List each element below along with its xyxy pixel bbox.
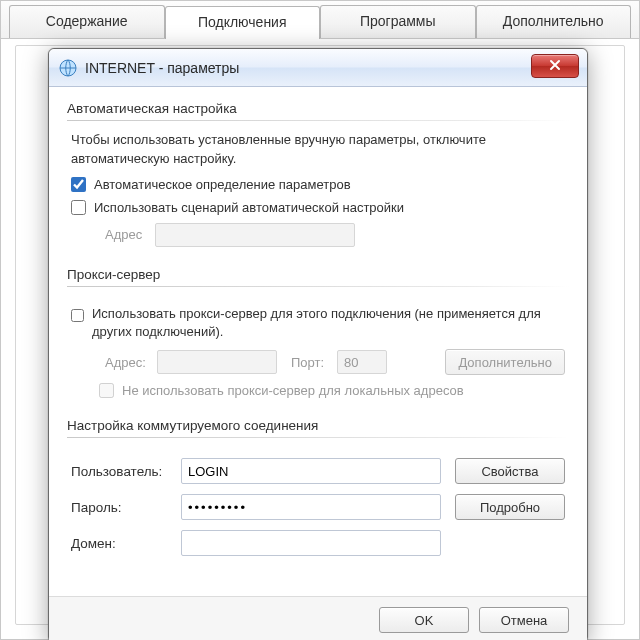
tab-programs[interactable]: Программы [320, 5, 476, 38]
label-domain: Домен: [71, 536, 181, 551]
button-details[interactable]: Подробно [455, 494, 565, 520]
ok-button[interactable]: OK [379, 607, 469, 633]
group-proxy-title: Прокси-сервер [67, 267, 569, 289]
label-use-script: Использовать сценарий автоматической нас… [94, 200, 404, 215]
input-domain[interactable] [181, 530, 441, 556]
button-proxy-advanced: Дополнительно [445, 349, 565, 375]
group-auto-title: Автоматическая настройка [67, 101, 569, 123]
globe-icon [59, 59, 77, 77]
tab-bar: Содержание Подключения Программы Дополни… [1, 1, 639, 39]
group-auto: Автоматическая настройка Чтобы использов… [67, 101, 569, 251]
label-username: Пользователь: [71, 464, 181, 479]
checkbox-use-proxy[interactable] [71, 308, 84, 323]
input-proxy-address [157, 350, 277, 374]
group-proxy: Прокси-сервер Использовать прокси-сервер… [67, 267, 569, 402]
checkbox-use-script[interactable] [71, 200, 86, 215]
label-proxy-address: Адрес: [99, 355, 149, 370]
label-auto-detect: Автоматическое определение параметров [94, 177, 351, 192]
group-dialup: Настройка коммутируемого соединения Поль… [67, 418, 569, 560]
dialog-title: INTERNET - параметры [85, 60, 239, 76]
input-username[interactable] [181, 458, 441, 484]
cancel-button[interactable]: Отмена [479, 607, 569, 633]
dialog-body: Автоматическая настройка Чтобы использов… [49, 87, 587, 596]
lan-settings-dialog: INTERNET - параметры Автоматическая наст… [48, 48, 588, 640]
input-script-address [155, 223, 355, 247]
label-bypass-local: Не использовать прокси-сервер для локаль… [122, 383, 464, 398]
auto-desc: Чтобы использовать установленные вручную… [71, 131, 565, 169]
button-properties[interactable]: Свойства [455, 458, 565, 484]
label-proxy-port: Порт: [285, 355, 329, 370]
dialog-footer: OK Отмена [49, 596, 587, 640]
label-use-proxy: Использовать прокси-сервер для этого под… [92, 305, 565, 341]
label-password: Пароль: [71, 500, 181, 515]
tab-connections[interactable]: Подключения [165, 6, 321, 39]
input-proxy-port [337, 350, 387, 374]
dialog-titlebar[interactable]: INTERNET - параметры [49, 49, 587, 87]
input-password[interactable] [181, 494, 441, 520]
tab-content[interactable]: Содержание [9, 5, 165, 38]
close-button[interactable] [531, 54, 579, 78]
group-dialup-title: Настройка коммутируемого соединения [67, 418, 569, 440]
tab-advanced[interactable]: Дополнительно [476, 5, 632, 38]
label-script-address: Адрес [99, 227, 155, 242]
checkbox-auto-detect[interactable] [71, 177, 86, 192]
checkbox-bypass-local [99, 383, 114, 398]
close-icon [549, 59, 561, 74]
